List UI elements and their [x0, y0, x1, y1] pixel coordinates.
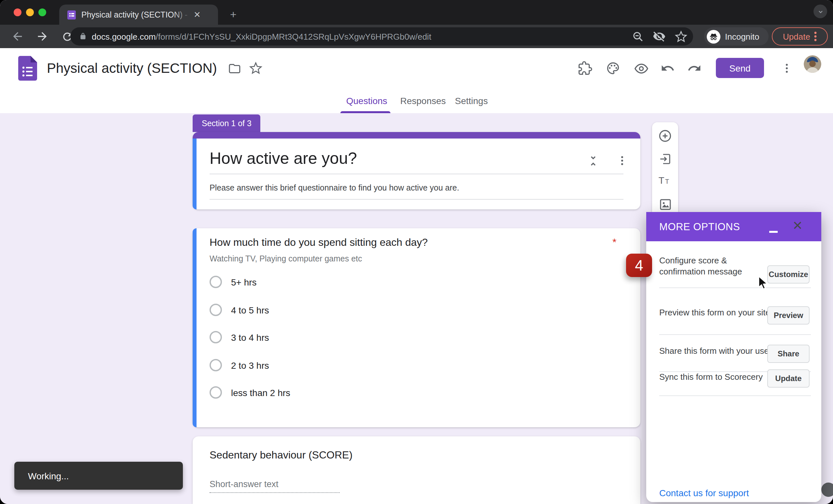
add-circle-icon [658, 129, 672, 143]
window-titlebar: Physical activity (SECTION) - G ✕ + [0, 0, 833, 25]
incognito-icon [707, 30, 720, 43]
question-card[interactable]: How much time do you spend sitting each … [193, 228, 640, 427]
required-asterisk: * [612, 237, 616, 248]
selection-indicator [193, 138, 196, 209]
window-zoom-button[interactable] [39, 8, 46, 16]
panel-row-label: Preview this form on your site [659, 308, 770, 318]
more-menu-button[interactable] [778, 60, 795, 77]
undo-button[interactable] [659, 60, 676, 77]
star-icon [249, 62, 263, 75]
window-minimize-button[interactable] [26, 8, 34, 16]
bookmark-button[interactable] [673, 29, 688, 44]
forward-button[interactable] [34, 29, 50, 44]
section-header-card[interactable]: How active are you? Please answer this b… [193, 132, 640, 209]
section-menu-icon[interactable] [616, 154, 629, 167]
tab-questions[interactable]: Questions [346, 89, 387, 113]
panel-divider [659, 287, 811, 288]
new-tab-button[interactable]: + [227, 8, 239, 21]
card-accent-band [193, 132, 640, 138]
score-question-title[interactable]: Sedentary behaviour (SCORE) [210, 449, 352, 461]
mouse-cursor [758, 276, 769, 291]
eye-off-icon [653, 30, 666, 43]
radio-option[interactable]: 2 to 3 hrs [210, 359, 269, 371]
window-chevron-button[interactable] [813, 4, 827, 18]
folder-icon [229, 62, 241, 74]
import-questions-button[interactable] [658, 152, 672, 166]
radio-icon[interactable] [210, 331, 222, 343]
radio-option[interactable]: 4 to 5 hrs [210, 304, 269, 316]
move-folder-button[interactable] [226, 60, 243, 77]
tab-title: Physical activity (SECTION) - G [81, 10, 191, 19]
redo-icon [687, 61, 701, 75]
address-bar[interactable]: docs.google.com/forms/d/1FChYsSU_XxkiDpg… [70, 27, 693, 46]
radio-icon[interactable] [210, 386, 222, 399]
forms-header: Physical activity (SECTION) Send [0, 48, 833, 89]
svg-text:T: T [665, 178, 669, 185]
chrome-update-button[interactable]: Update [772, 27, 828, 46]
collapse-section-icon[interactable] [586, 154, 600, 168]
panel-header[interactable]: MORE OPTIONS [646, 212, 821, 241]
chevron-down-icon [816, 7, 824, 15]
add-question-button[interactable] [658, 129, 672, 143]
radio-option[interactable]: 5+ hrs [210, 276, 257, 288]
step-badge: 4 [626, 254, 652, 277]
kebab-icon [780, 62, 793, 75]
radio-icon[interactable] [210, 359, 222, 371]
minimize-icon[interactable] [769, 231, 778, 232]
score-question-card[interactable]: Sedentary behaviour (SCORE) Short-answer… [193, 436, 640, 504]
panel-divider [659, 395, 811, 396]
undo-icon [661, 61, 675, 75]
form-title[interactable]: How active are you? [210, 149, 357, 168]
panel-row-label: Share this form with your users [659, 346, 776, 357]
eye-icon [634, 61, 648, 76]
import-icon [658, 152, 672, 166]
question-subtitle[interactable]: Watching TV, Playing computer games etc [210, 254, 362, 263]
preview-button[interactable] [633, 60, 649, 77]
radio-option[interactable]: less than 2 hrs [210, 386, 290, 399]
panel-divider [659, 334, 811, 335]
browser-tab[interactable]: Physical activity (SECTION) - G ✕ [59, 4, 218, 25]
customize-button[interactable]: Customize [767, 265, 810, 283]
radio-icon[interactable] [210, 276, 222, 288]
share-button[interactable]: Share [767, 345, 810, 363]
zoom-out-icon [632, 30, 644, 43]
forms-nav-tabs: Questions Responses Settings [0, 89, 833, 113]
panel-title: MORE OPTIONS [659, 221, 740, 233]
more-options-panel: MORE OPTIONS Configure score & confirmat… [646, 212, 821, 502]
forward-icon [36, 30, 49, 43]
close-icon[interactable] [792, 220, 803, 231]
question-title[interactable]: How much time do you spend sitting each … [210, 237, 428, 248]
addons-button[interactable] [577, 60, 594, 77]
radio-icon[interactable] [210, 304, 222, 316]
radio-option[interactable]: 3 to 4 hrs [210, 331, 269, 343]
tab-close-icon[interactable]: ✕ [192, 10, 203, 20]
divider [210, 199, 623, 200]
back-button[interactable] [10, 29, 25, 44]
sync-update-button[interactable]: Update [767, 369, 810, 387]
incognito-badge: Incognito [704, 27, 768, 46]
forms-logo [18, 56, 37, 81]
zoom-out-button[interactable] [630, 29, 645, 44]
window-close-button[interactable] [14, 8, 22, 16]
form-description[interactable]: Please answer this brief questionnaire t… [210, 183, 459, 193]
preview-site-button[interactable]: Preview [767, 306, 810, 325]
tab-responses[interactable]: Responses [400, 89, 446, 113]
redo-button[interactable] [686, 60, 703, 77]
update-menu-icon [814, 31, 817, 42]
add-image-button[interactable] [658, 197, 672, 211]
browser-toolbar: docs.google.com/forms/d/1FChYsSU_XxkiDpg… [0, 25, 833, 48]
working-toast: Working... [14, 462, 183, 490]
password-reveal-button[interactable] [652, 29, 666, 44]
theme-button[interactable] [604, 60, 621, 77]
svg-text:T: T [659, 175, 664, 186]
avatar[interactable] [804, 55, 821, 73]
add-title-button[interactable]: TT [658, 174, 672, 188]
panel-row-label: Sync this form to Scorecery [659, 372, 763, 383]
send-button[interactable]: Send [716, 58, 764, 78]
tab-settings[interactable]: Settings [455, 89, 488, 113]
support-link[interactable]: Contact us for support [659, 488, 749, 498]
divider [210, 174, 623, 174]
star-document-button[interactable] [247, 60, 265, 77]
help-button[interactable] [821, 482, 833, 497]
document-title[interactable]: Physical activity (SECTION) [47, 60, 217, 76]
